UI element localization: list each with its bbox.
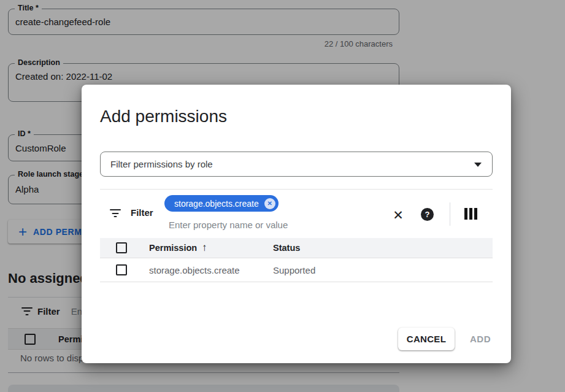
permission-column-header[interactable]: Permission [149,243,197,253]
dialog-select-all-checkbox[interactable] [116,242,127,253]
column-display-icon[interactable] [464,208,477,220]
toolbar-divider [450,202,450,226]
row-checkbox[interactable] [116,264,127,275]
row-status-cell: Supported [273,265,315,275]
toolbar-top-divider [100,189,493,190]
chevron-down-icon [474,163,482,167]
status-column-header[interactable]: Status [273,243,300,253]
help-icon[interactable]: ? [421,208,434,221]
clear-filters-icon[interactable]: ✕ [390,207,407,224]
cancel-button[interactable]: CANCEL [398,328,455,350]
dialog-title: Add permissions [100,107,227,126]
dialog-table-header: Permission ↑ Status [100,238,493,258]
add-permissions-dialog: Add permissions Filter permissions by ro… [82,85,511,363]
add-button[interactable]: ADD [466,328,495,350]
dialog-filter-label: Filter [131,207,153,218]
chip-remove-icon[interactable]: ✕ [264,198,275,209]
table-row[interactable]: storage.objects.create Supported [100,259,493,282]
row-permission-cell: storage.objects.create [149,265,240,275]
dialog-filter-input[interactable]: Enter property name or value [169,220,288,230]
filter-chip[interactable]: storage.objects.create ✕ [164,195,279,212]
filter-by-role-dropdown[interactable]: Filter permissions by role [100,152,493,177]
create-role-screen: Title * create-changefeed-role 22 / 100 … [0,0,565,392]
sort-ascending-icon[interactable]: ↑ [202,242,207,254]
filter-by-role-placeholder: Filter permissions by role [110,159,213,169]
filter-chip-text: storage.objects.create [174,199,259,209]
